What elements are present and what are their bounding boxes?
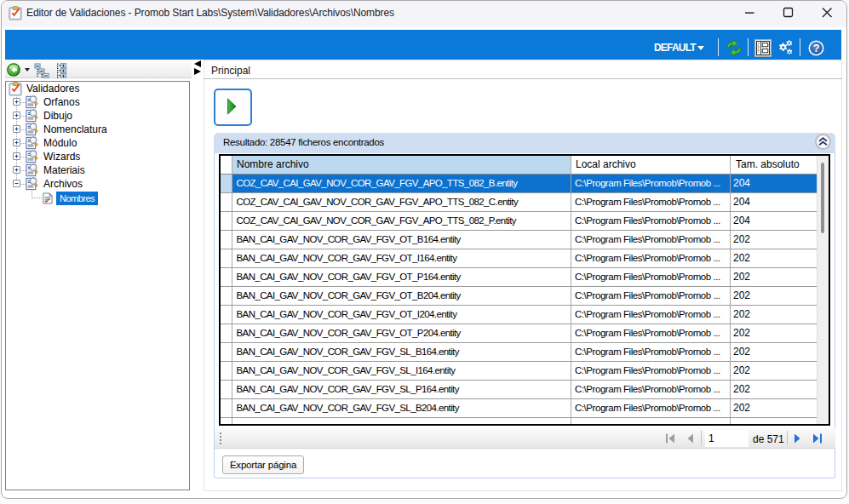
svg-text:?: ?: [813, 43, 820, 54]
